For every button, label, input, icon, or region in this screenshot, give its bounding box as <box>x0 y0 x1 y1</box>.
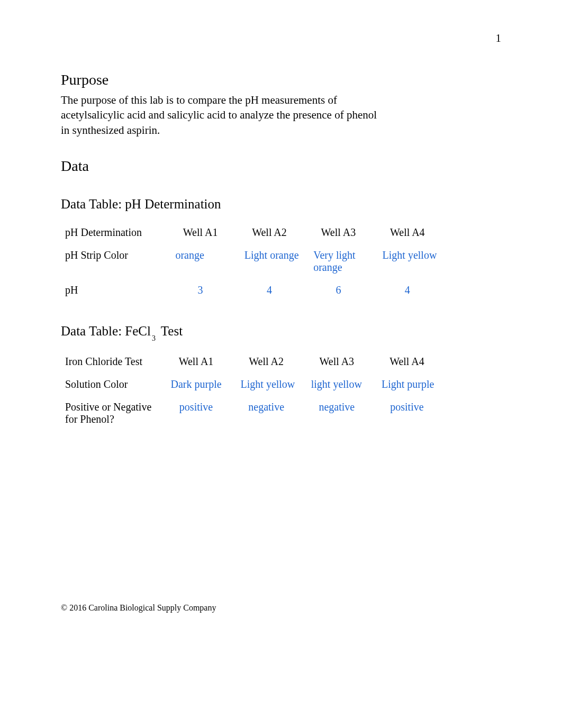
table-header: pH Determination <box>61 221 166 244</box>
cell-value: negative <box>231 396 302 431</box>
table2-title-suffix: Test <box>158 324 183 338</box>
table-header: Well A4 <box>372 350 442 373</box>
table1-title: Data Table: pH Determination <box>61 197 501 212</box>
table2-title: Data Table: FeCl3 Test <box>61 324 501 341</box>
table-header: Well A2 <box>235 221 304 244</box>
cell-value: Light orange <box>235 244 304 279</box>
table2-title-prefix: Data Table: FeCl <box>61 324 151 338</box>
page-number: 1 <box>496 32 502 45</box>
table-row: Solution Color Dark purple Light yellow … <box>61 373 442 396</box>
table-row: Positive or Negative for Phenol? positiv… <box>61 396 442 431</box>
table-header: Well A3 <box>302 350 372 373</box>
data-heading: Data <box>61 158 501 175</box>
table-header: Well A3 <box>304 221 373 244</box>
cell-value: Light purple <box>372 373 442 396</box>
table-header: Well A2 <box>231 350 302 373</box>
purpose-text: The purpose of this lab is to compare th… <box>61 93 378 138</box>
cell-value: positive <box>372 396 442 431</box>
table2-title-subscript: 3 <box>152 334 156 342</box>
row-label: pH <box>61 279 166 302</box>
cell-value: 6 <box>304 279 373 302</box>
ph-determination-table: pH Determination Well A1 Well A2 Well A3… <box>61 221 442 302</box>
table-header: Well A1 <box>161 350 231 373</box>
table-row: pH Strip Color orange Light orange Very … <box>61 244 442 279</box>
cell-value: light yellow <box>302 373 372 396</box>
page-content: 1 Purpose The purpose of this lab is to … <box>0 0 562 431</box>
row-label: Positive or Negative for Phenol? <box>61 396 161 431</box>
table-row: pH 3 4 6 4 <box>61 279 442 302</box>
cell-value: Light yellow <box>373 244 442 279</box>
cell-value: Very light orange <box>304 244 373 279</box>
cell-value: 4 <box>235 279 304 302</box>
table-header: Well A1 <box>166 221 234 244</box>
fecl3-test-table: Iron Chloride Test Well A1 Well A2 Well … <box>61 350 442 431</box>
table-header: Iron Chloride Test <box>61 350 161 373</box>
cell-value: negative <box>302 396 372 431</box>
row-label: Solution Color <box>61 373 161 396</box>
row-label: pH Strip Color <box>61 244 166 279</box>
purpose-heading: Purpose <box>61 71 501 88</box>
cell-value: 4 <box>373 279 442 302</box>
table-row: pH Determination Well A1 Well A2 Well A3… <box>61 221 442 244</box>
table-header: Well A4 <box>373 221 442 244</box>
copyright-text: © 2016 Carolina Biological Supply Compan… <box>61 603 216 613</box>
cell-value: orange <box>166 244 234 279</box>
cell-value: Light yellow <box>231 373 302 396</box>
cell-value: positive <box>161 396 231 431</box>
table-row: Iron Chloride Test Well A1 Well A2 Well … <box>61 350 442 373</box>
cell-value: 3 <box>166 279 234 302</box>
cell-value: Dark purple <box>161 373 231 396</box>
